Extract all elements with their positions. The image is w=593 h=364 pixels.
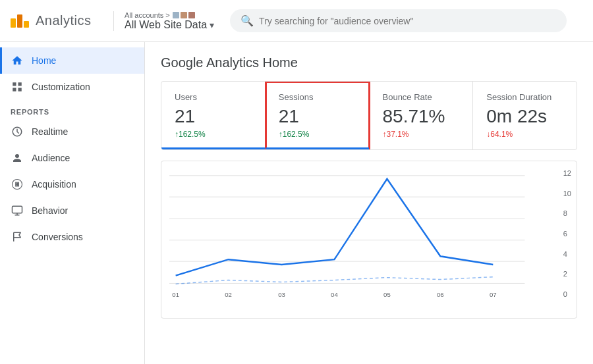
search-input[interactable] bbox=[259, 16, 556, 26]
grid-icon bbox=[11, 80, 24, 93]
reports-section-label: REPORTS bbox=[0, 100, 144, 118]
metric-users-value: 21 bbox=[175, 106, 252, 127]
sidebar: Home Customization REPORTS Realtime Audi… bbox=[0, 42, 145, 364]
metric-bounce-rate-change: ↑37.1% bbox=[383, 130, 460, 139]
metric-session-duration-title: Session Duration bbox=[486, 92, 563, 102]
svg-text:07: 07 bbox=[490, 291, 497, 298]
metric-session-duration-value: 0m 22s bbox=[486, 106, 563, 127]
flag-icon bbox=[11, 230, 24, 244]
analytics-logo-icon bbox=[11, 14, 29, 28]
sidebar-item-customization-label: Customization bbox=[32, 82, 90, 92]
logo-area: Analytics bbox=[11, 13, 103, 28]
metric-sessions-value: 21 bbox=[279, 106, 356, 127]
color-block-2 bbox=[181, 12, 187, 18]
y-label-4: 4 bbox=[563, 250, 571, 258]
y-label-6: 6 bbox=[563, 230, 571, 238]
svg-text:04: 04 bbox=[331, 291, 338, 298]
clock-icon bbox=[11, 125, 24, 138]
svg-text:02: 02 bbox=[225, 291, 232, 298]
sidebar-item-home-label: Home bbox=[32, 55, 56, 66]
metric-sessions-change: ↑162.5% bbox=[279, 130, 356, 139]
sidebar-item-audience-label: Audience bbox=[32, 153, 70, 163]
svg-text:06: 06 bbox=[437, 291, 444, 298]
account-dropdown-arrow: ▾ bbox=[210, 20, 214, 30]
svg-text:05: 05 bbox=[383, 291, 391, 298]
metric-bounce-rate: Bounce Rate 85.71% ↑37.1% bbox=[370, 82, 474, 149]
color-block-1 bbox=[173, 12, 179, 18]
acquisition-icon bbox=[11, 178, 24, 191]
color-blocks bbox=[173, 12, 195, 18]
sidebar-item-conversions-label: Conversions bbox=[32, 232, 83, 242]
y-label-0: 0 bbox=[563, 290, 571, 298]
y-label-12: 12 bbox=[563, 169, 571, 177]
svg-text:03: 03 bbox=[278, 291, 285, 298]
metric-users-change: ↑162.5% bbox=[175, 130, 252, 139]
line-chart: 01 Apr 02 03 04 05 06 07 bbox=[169, 169, 550, 298]
sidebar-item-conversions[interactable]: Conversions bbox=[0, 224, 144, 250]
monitor-icon bbox=[11, 204, 24, 217]
svg-rect-1 bbox=[13, 206, 22, 213]
metric-users-title: Users bbox=[175, 92, 252, 102]
search-bar[interactable]: 🔍 bbox=[230, 9, 567, 32]
account-breadcrumb: All accounts > bbox=[125, 11, 214, 19]
metric-bounce-rate-value: 85.71% bbox=[383, 106, 460, 127]
color-block-3 bbox=[188, 12, 195, 18]
chart-container: 01 Apr 02 03 04 05 06 07 12 10 8 6 4 2 0 bbox=[161, 161, 577, 319]
app-title: Analytics bbox=[36, 13, 92, 28]
account-selector[interactable]: All Web Site Data ▾ bbox=[125, 19, 214, 31]
y-label-2: 2 bbox=[563, 270, 571, 278]
svg-text:Apr: Apr bbox=[171, 298, 181, 298]
metric-session-duration-change: ↓64.1% bbox=[486, 130, 563, 139]
sidebar-item-behavior-label: Behavior bbox=[32, 205, 68, 216]
sidebar-item-realtime-label: Realtime bbox=[32, 126, 68, 137]
sidebar-item-behavior[interactable]: Behavior bbox=[0, 197, 144, 224]
y-axis-labels: 12 10 8 6 4 2 0 bbox=[563, 169, 571, 298]
main-layout: Home Customization REPORTS Realtime Audi… bbox=[0, 42, 593, 364]
y-label-8: 8 bbox=[563, 209, 571, 217]
search-icon: 🔍 bbox=[240, 14, 254, 27]
page-title: Google Analytics Home bbox=[161, 55, 577, 70]
person-icon bbox=[11, 151, 24, 165]
sidebar-item-acquisition[interactable]: Acquisition bbox=[0, 171, 144, 197]
metric-users: Users 21 ↑162.5% bbox=[161, 82, 266, 149]
y-label-10: 10 bbox=[563, 190, 571, 197]
home-icon bbox=[11, 54, 24, 67]
sidebar-item-home[interactable]: Home bbox=[0, 47, 144, 74]
sidebar-item-customization[interactable]: Customization bbox=[0, 74, 144, 100]
main-content: Google Analytics Home Users 21 ↑162.5% S… bbox=[145, 42, 593, 364]
metric-bounce-rate-title: Bounce Rate bbox=[383, 92, 460, 102]
metric-sessions: Sessions 21 ↑162.5% bbox=[266, 82, 370, 149]
account-area: All accounts > All Web Site Data ▾ bbox=[113, 11, 214, 31]
header: Analytics All accounts > All Web Site Da… bbox=[0, 0, 593, 42]
metric-sessions-title: Sessions bbox=[279, 92, 356, 102]
sidebar-item-acquisition-label: Acquisition bbox=[32, 179, 76, 190]
metrics-row: Users 21 ↑162.5% Sessions 21 ↑162.5% Bou… bbox=[161, 81, 577, 150]
sidebar-item-audience[interactable]: Audience bbox=[0, 145, 144, 171]
metric-session-duration: Session Duration 0m 22s ↓64.1% bbox=[473, 82, 577, 149]
sidebar-item-realtime[interactable]: Realtime bbox=[0, 118, 144, 145]
